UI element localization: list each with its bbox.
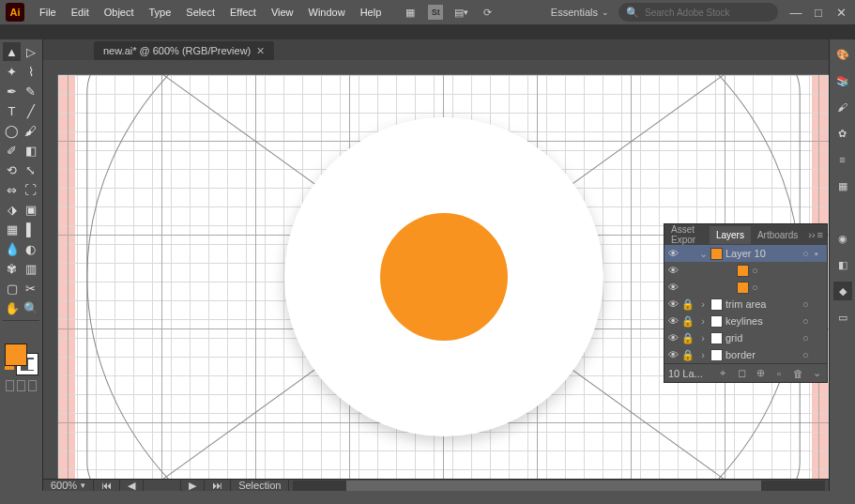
layer-row[interactable]: 👁🔒›trim area○	[664, 296, 827, 313]
artboard-nav-next[interactable]: ▶	[181, 480, 205, 491]
selection-tool[interactable]: ▲	[3, 42, 21, 61]
lock-toggle-icon[interactable]: 🔒	[681, 349, 693, 361]
search-input[interactable]	[645, 8, 767, 18]
locate-object-icon[interactable]: ⌖	[716, 367, 729, 380]
hand-tool[interactable]: ✋	[3, 298, 21, 317]
symbols-panel-icon[interactable]: ✿	[833, 124, 852, 143]
lock-toggle-icon[interactable]: 🔒	[681, 332, 693, 344]
new-layer-icon[interactable]: ▫	[772, 367, 786, 380]
symbol-sprayer-tool[interactable]: ✾	[3, 259, 21, 278]
free-transform-tool[interactable]: ⛶	[22, 180, 39, 199]
target-icon[interactable]: ○	[802, 248, 812, 259]
shaper-tool[interactable]: ✐	[3, 141, 21, 160]
menu-view[interactable]: View	[264, 3, 301, 22]
panel-menu-icon[interactable]: ≡	[817, 229, 823, 240]
menu-object[interactable]: Object	[97, 3, 142, 22]
zoom-tool[interactable]: 🔍	[22, 298, 39, 317]
arrange-docs-icon[interactable]: ▤▾	[452, 4, 469, 21]
make-clip-mask-icon[interactable]: ◻	[735, 367, 748, 380]
layer-name-label[interactable]: ○	[752, 282, 824, 293]
menu-file[interactable]: File	[32, 3, 64, 22]
eraser-tool[interactable]: ◧	[22, 141, 39, 160]
type-tool[interactable]: T	[3, 101, 21, 120]
expand-arrow-icon[interactable]: ›	[698, 332, 708, 344]
window-minimize[interactable]: —	[787, 4, 804, 21]
stroke-panel-icon[interactable]: ≡	[833, 150, 852, 169]
pen-tool[interactable]: ✒	[3, 82, 21, 100]
width-tool[interactable]: ⇔	[3, 180, 21, 199]
zoom-level[interactable]: 600% ▾	[43, 480, 94, 491]
column-graph-tool[interactable]: ▥	[22, 259, 39, 278]
artboard-nav-last[interactable]: ⏭	[205, 480, 231, 491]
layer-row[interactable]: 👁🔒›border○	[664, 346, 827, 363]
target-icon[interactable]: ○	[752, 265, 758, 276]
expand-arrow-icon[interactable]: ›	[698, 315, 708, 327]
tab-layers[interactable]: Layers	[710, 226, 751, 244]
tab-asset-export[interactable]: Asset Expor	[664, 221, 710, 249]
tab-artboards[interactable]: Artboards	[751, 226, 804, 244]
expand-arrow-icon[interactable]: ›	[698, 349, 708, 360]
gradient-tool[interactable]: ▌	[22, 220, 39, 238]
layer-name-label[interactable]: grid	[725, 332, 800, 344]
ruler-vertical[interactable]	[43, 75, 58, 479]
horizontal-scrollbar[interactable]	[293, 481, 825, 491]
color-panel-icon[interactable]: 🎨	[833, 45, 852, 64]
none-mode-icon[interactable]	[28, 359, 38, 370]
target-icon[interactable]: ○	[752, 282, 758, 293]
menu-select[interactable]: Select	[178, 3, 222, 22]
scroll-thumb[interactable]	[346, 481, 761, 491]
shape-builder-tool[interactable]: ⬗	[3, 200, 21, 219]
visibility-toggle-icon[interactable]: 👁	[667, 349, 679, 360]
layer-row[interactable]: 👁○	[664, 279, 827, 296]
menu-window[interactable]: Window	[301, 3, 353, 22]
window-maximize[interactable]: □	[810, 4, 827, 21]
visibility-toggle-icon[interactable]: 👁	[667, 332, 679, 344]
gpu-icon[interactable]: ⟳	[479, 4, 496, 21]
menu-edit[interactable]: Edit	[64, 3, 97, 22]
menu-effect[interactable]: Effect	[222, 3, 264, 22]
mesh-tool[interactable]: ▦	[3, 220, 21, 238]
visibility-toggle-icon[interactable]: 👁	[667, 298, 679, 310]
target-icon[interactable]: ○	[802, 298, 812, 310]
delete-layer-icon[interactable]: 🗑	[791, 367, 804, 380]
scale-tool[interactable]: ⤡	[22, 160, 39, 179]
artboard-nav-prev[interactable]: ◀	[120, 480, 144, 491]
window-close[interactable]: ✕	[832, 4, 849, 21]
ellipse-tool[interactable]: ◯	[3, 121, 21, 140]
eyedropper-tool[interactable]: 💧	[3, 239, 21, 258]
close-tab-icon[interactable]: ✕	[256, 45, 265, 57]
layers-panel-icon[interactable]: ◆	[833, 282, 852, 300]
target-icon[interactable]: ○	[802, 315, 812, 327]
panel-more-icon[interactable]: ⌄	[810, 367, 823, 380]
layer-name-label[interactable]: keylines	[725, 315, 800, 327]
panel-expand-icon[interactable]: ››	[808, 229, 815, 240]
libraries-panel-icon[interactable]: 📚	[833, 71, 852, 90]
new-sublayer-icon[interactable]: ⊕	[754, 367, 767, 380]
blend-tool[interactable]: ◐	[22, 239, 39, 258]
layer-name-label[interactable]: trim area	[725, 298, 800, 310]
layer-row[interactable]: 👁🔒›grid○	[664, 329, 827, 346]
artboard-tool[interactable]: ▢	[3, 279, 21, 298]
menu-type[interactable]: Type	[142, 3, 179, 22]
expand-arrow-icon[interactable]: ⌄	[698, 248, 708, 260]
stock-icon[interactable]: St	[428, 5, 443, 20]
search-stock[interactable]: 🔍	[618, 3, 778, 22]
expand-arrow-icon[interactable]: ›	[698, 298, 708, 310]
appearance-panel-icon[interactable]: ◉	[833, 229, 852, 248]
draw-behind-icon[interactable]	[17, 380, 25, 391]
lock-toggle-icon[interactable]: 🔒	[681, 298, 693, 311]
document-tab[interactable]: new.ai* @ 600% (RGB/Preview) ✕	[94, 41, 274, 60]
visibility-toggle-icon[interactable]: 👁	[667, 282, 679, 293]
slice-tool[interactable]: ✂	[22, 279, 39, 298]
lasso-tool[interactable]: ⌇	[22, 62, 39, 81]
layer-name-label[interactable]: ○	[752, 265, 824, 276]
artboard-nav-field[interactable]	[144, 480, 181, 491]
brushes-panel-icon[interactable]: 🖌	[833, 98, 852, 116]
visibility-toggle-icon[interactable]: 👁	[667, 248, 679, 259]
layer-row[interactable]: 👁🔒›keylines○	[664, 313, 827, 329]
artboard-nav-first[interactable]: ⏮	[94, 480, 120, 491]
artboards-panel-icon[interactable]: ▭	[833, 308, 852, 327]
orange-ellipse-shape[interactable]	[380, 213, 508, 341]
menu-help[interactable]: Help	[353, 3, 389, 22]
perspective-tool[interactable]: ▣	[22, 200, 39, 219]
